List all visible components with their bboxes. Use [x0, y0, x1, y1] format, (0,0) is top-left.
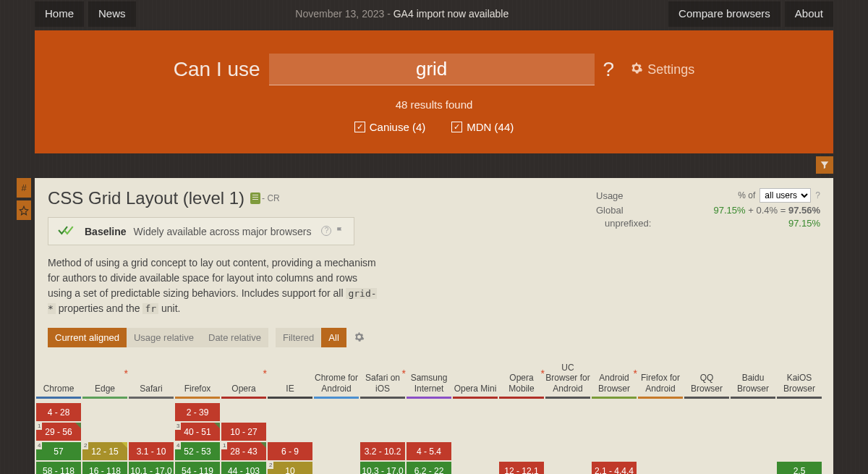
support-cell[interactable]: 2.1 - 4.4.4: [592, 462, 637, 474]
support-cell[interactable]: 102: [268, 462, 312, 474]
baseline-check-icon: [57, 224, 77, 239]
support-cell: [221, 403, 266, 421]
browser-header[interactable]: Edge*: [82, 357, 127, 397]
support-cell[interactable]: 4 - 5.4: [407, 442, 451, 460]
view-settings-button[interactable]: [354, 331, 365, 344]
browser-underline: [499, 397, 544, 399]
cell-note: 4: [36, 442, 42, 449]
support-cell: [453, 462, 498, 474]
view-date-relative[interactable]: Date relative: [201, 328, 268, 347]
spec-link[interactable]: - CR: [250, 192, 280, 204]
support-cell: [314, 403, 359, 421]
baseline-box: Baseline Widely available across major b…: [48, 217, 354, 245]
checkbox-icon: ✓: [354, 122, 365, 132]
support-cell[interactable]: 12 - 152: [82, 442, 127, 460]
results-count: 48 results found: [35, 98, 833, 111]
support-cell: [314, 423, 359, 441]
support-cell[interactable]: 44 - 103: [221, 462, 266, 474]
cell-note: 3: [175, 423, 181, 430]
baseline-feedback-icon[interactable]: [336, 226, 345, 237]
support-cell[interactable]: 3.1 - 10: [129, 442, 174, 460]
usage-scope-select[interactable]: all users: [760, 188, 811, 203]
browser-header[interactable]: Opera Mini: [453, 357, 498, 397]
browser-header[interactable]: UC Browser for Android: [545, 357, 590, 397]
cell-corner-icon: [260, 442, 266, 448]
browser-header[interactable]: Opera*: [221, 357, 266, 397]
browser-column: Safari on iOS*3.2 - 10.210.3 - 17.0: [360, 357, 405, 474]
browser-header[interactable]: QQ Browser: [684, 357, 729, 397]
support-cell[interactable]: 6 - 9: [268, 442, 312, 460]
support-cell: [592, 423, 637, 441]
support-cell: [82, 403, 127, 421]
support-cell[interactable]: 4 - 28: [36, 403, 81, 421]
support-cell[interactable]: 28 - 431: [221, 442, 266, 460]
support-cell[interactable]: 574: [36, 442, 81, 460]
support-cell: [129, 403, 174, 421]
support-cell[interactable]: 40 - 513: [175, 423, 220, 441]
nav-news[interactable]: News: [88, 1, 136, 27]
nav-compare[interactable]: Compare browsers: [668, 1, 780, 27]
topbar-announce-link[interactable]: GA4 import now available: [393, 8, 509, 20]
support-cell[interactable]: 10.1 - 17.0: [129, 462, 174, 474]
support-cell[interactable]: 52 - 534: [175, 442, 220, 460]
topbar-date: November 13, 2023 -: [295, 8, 393, 20]
global-label: Global: [596, 205, 624, 216]
browser-header[interactable]: Chrome: [36, 357, 81, 397]
filter-results-button[interactable]: [816, 156, 833, 174]
support-cell: [592, 403, 637, 421]
star-button[interactable]: [17, 200, 31, 220]
support-cell[interactable]: 54 - 119: [175, 462, 220, 474]
browser-header[interactable]: KaiOS Browser: [777, 357, 822, 397]
support-cell: [777, 423, 822, 441]
usage-block: Usage % of all users ? Global 97.15% + 0…: [596, 188, 820, 231]
cell-corner-icon: [214, 423, 220, 428]
cell-note: 2: [268, 462, 273, 469]
cell-note: 1: [36, 423, 42, 430]
support-cell[interactable]: 29 - 561: [36, 423, 81, 441]
support-cell: [638, 442, 683, 460]
support-cell[interactable]: 10 - 27: [221, 423, 266, 441]
browser-header[interactable]: Safari on iOS*: [360, 357, 405, 397]
support-cell[interactable]: 10.3 - 17.0: [360, 462, 405, 474]
support-cell[interactable]: 58 - 118: [36, 462, 81, 474]
browser-underline: [129, 397, 174, 399]
support-cell[interactable]: 3.2 - 10.2: [360, 442, 405, 460]
browser-header[interactable]: Opera Mobile*: [499, 357, 544, 397]
support-cell: [545, 442, 590, 460]
permalink-button[interactable]: #: [17, 178, 31, 198]
browser-column: UC Browser for Android: [545, 357, 590, 474]
browser-column: Samsung Internet4 - 5.46.2 - 22: [407, 357, 451, 474]
view-all[interactable]: All: [321, 328, 346, 347]
support-cell[interactable]: 12 - 12.1: [499, 462, 544, 474]
support-cell[interactable]: 2.5: [777, 462, 822, 474]
nav-home[interactable]: Home: [35, 1, 84, 27]
cell-corner-icon: [75, 423, 81, 428]
filter-mdn-checkbox[interactable]: ✓ MDN (44): [451, 121, 514, 133]
browser-header[interactable]: Firefox: [175, 357, 220, 397]
browser-header[interactable]: Samsung Internet: [407, 357, 451, 397]
browser-header[interactable]: IE: [268, 357, 312, 397]
browser-header[interactable]: Safari: [129, 357, 174, 397]
browser-header[interactable]: Firefox for Android: [638, 357, 683, 397]
support-cell[interactable]: 2 - 39: [175, 403, 220, 421]
baseline-desc: Widely available across major browsers: [134, 226, 312, 237]
baseline-info-icon[interactable]: ?: [321, 226, 331, 236]
baseline-label: Baseline: [85, 226, 127, 237]
browser-header[interactable]: Android Browser*: [592, 357, 637, 397]
search-input[interactable]: [269, 54, 595, 85]
nav-about[interactable]: About: [785, 1, 833, 27]
browser-column: Chrome for Android: [314, 357, 359, 474]
view-current-aligned[interactable]: Current aligned: [48, 328, 127, 347]
support-cell: [638, 423, 683, 441]
support-cell[interactable]: 16 - 118: [82, 462, 127, 474]
settings-button[interactable]: Settings: [630, 62, 694, 78]
browser-column: Firefox2 - 3940 - 51352 - 53454 - 119: [175, 357, 220, 474]
view-usage-relative[interactable]: Usage relative: [127, 328, 201, 347]
view-filtered[interactable]: Filtered: [276, 328, 321, 347]
usage-help-icon[interactable]: ?: [815, 190, 820, 200]
filter-caniuse-checkbox[interactable]: ✓ Caniuse (4): [354, 121, 426, 133]
browser-header[interactable]: Chrome for Android: [314, 357, 359, 397]
browser-header[interactable]: Baidu Browser: [731, 357, 775, 397]
browser-underline: [545, 397, 590, 399]
support-cell[interactable]: 6.2 - 22: [407, 462, 451, 474]
